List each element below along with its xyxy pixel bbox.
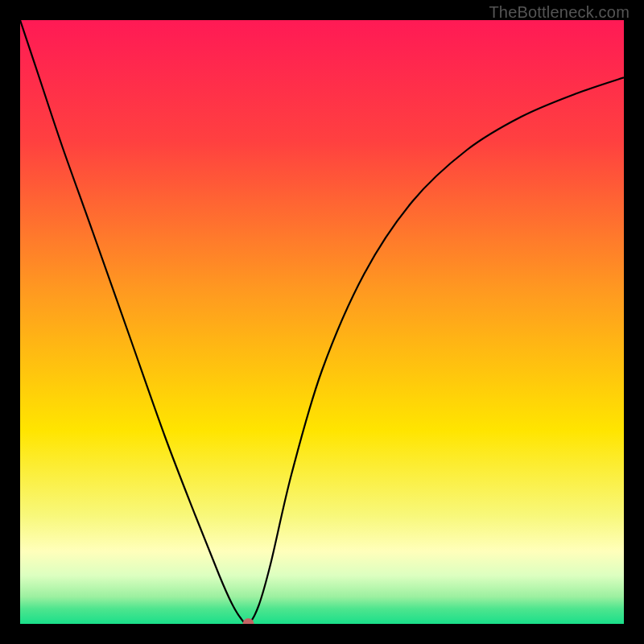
plot-area — [20, 20, 624, 624]
chart-container: TheBottleneck.com — [0, 0, 644, 644]
watermark-text: TheBottleneck.com — [489, 3, 630, 22]
chart-svg — [20, 20, 624, 624]
